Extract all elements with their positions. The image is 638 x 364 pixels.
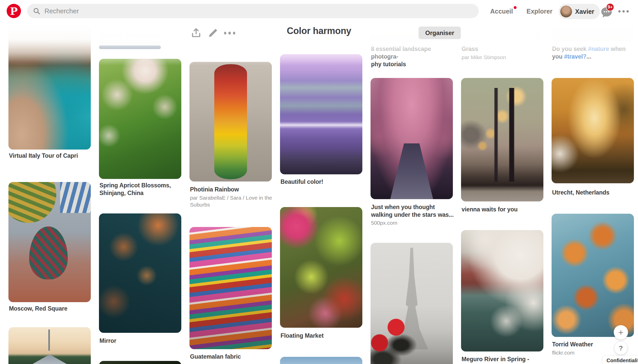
pin-title-apricot-blossoms[interactable]: Spring Apricot Blossoms, Shinjang, China <box>99 181 182 197</box>
pin-byline-photinia: par SarabellaE / Sara / Love in the Subu… <box>190 194 273 208</box>
pin-title-meguro-river[interactable]: Meguro River in Spring - Tokyo, Japan <box>462 355 544 364</box>
pin-image-utrecht[interactable] <box>552 78 634 183</box>
search-input[interactable] <box>44 7 428 15</box>
pin-image-torrid-weather[interactable] <box>552 214 634 337</box>
avatar <box>560 6 572 17</box>
organize-button[interactable]: Organiser <box>419 27 461 39</box>
pin-image-mirror[interactable] <box>99 213 181 333</box>
pin-title-under-the-stars[interactable]: Just when you thought walking under the … <box>371 203 454 219</box>
notification-dot <box>514 6 517 9</box>
privacy-button[interactable]: Confidentialité <box>602 356 638 364</box>
search-icon <box>33 7 40 15</box>
pin-image-guatemalan-fabric[interactable] <box>189 227 272 349</box>
pin-title-floating-market[interactable]: Floating Market <box>281 332 363 339</box>
pin-title-guatemalan-fabric[interactable]: Guatemalan fabric <box>190 353 273 360</box>
app-header: P Accueil Explorer Xavier 9+ <box>0 0 638 23</box>
pin-image-apricot-blossoms[interactable] <box>99 59 181 179</box>
pin-title-utrecht[interactable]: Utrecht, Netherlands <box>552 189 635 196</box>
pin-title-moscow[interactable]: Moscow, Red Square <box>9 305 92 312</box>
nav-explore[interactable]: Explorer <box>527 8 552 15</box>
user-profile-button[interactable]: Xavier <box>558 4 600 19</box>
pin-title-mirror[interactable]: Mirror <box>99 337 182 345</box>
messages-button[interactable]: 9+ <box>600 6 613 18</box>
pin-image-floating-market[interactable] <box>280 207 362 328</box>
pin-image-under-the-stars[interactable] <box>371 78 453 199</box>
pin-title-beautiful-color[interactable]: Beautiful color! <box>281 178 363 186</box>
pin-title-nature-travel[interactable]: Do you seek #nature when you #travel?... <box>552 45 635 60</box>
pin-title-vienna[interactable]: vienna waits for you <box>462 206 544 213</box>
pin-image-pagoda[interactable] <box>8 327 91 364</box>
search-bar[interactable] <box>27 4 479 18</box>
pin-byline-grass: par Mike Stimpson <box>462 54 544 61</box>
pin-title-grass[interactable]: Grass <box>462 45 544 53</box>
pin-image-dark-bottom[interactable] <box>99 361 181 364</box>
title-segment: Do you seek <box>552 46 588 52</box>
user-name: Xavier <box>575 8 594 15</box>
pin-image-moscow[interactable] <box>8 182 91 302</box>
nav-home[interactable]: Accueil <box>490 8 513 15</box>
hashtag-nature[interactable]: #nature <box>588 46 609 52</box>
pin-source-under-the-stars: 500px.com <box>371 219 454 226</box>
messages-badge: 9+ <box>606 3 614 11</box>
pinterest-board-page: Virtual Italy Tour of Capri Moscow, Red … <box>0 0 638 364</box>
pin-title-landscape-tutorials[interactable]: 8 essential landscape photogra- phy tuto… <box>371 45 454 68</box>
nav-home-label: Accueil <box>490 8 513 15</box>
pin-image-photinia[interactable] <box>189 62 272 181</box>
pin-image-meguro-river[interactable] <box>461 230 543 351</box>
pin-title-photinia[interactable]: Photinia Rainbow <box>190 186 273 193</box>
hashtag-travel[interactable]: #travel? <box>564 53 586 60</box>
help-button[interactable]: ? <box>614 342 627 355</box>
pin-image-beautiful-color[interactable] <box>280 54 362 174</box>
add-pin-button[interactable]: + <box>614 325 628 339</box>
header-more-icon[interactable] <box>618 10 629 13</box>
board-title: Color harmony <box>0 26 638 36</box>
pin-image-vienna[interactable] <box>461 78 543 201</box>
board-header: Color harmony Organiser <box>0 23 638 46</box>
pin-image-blue-bottom[interactable] <box>280 357 362 364</box>
pin-title-virtual-italy[interactable]: Virtual Italy Tour of Capri <box>9 152 92 160</box>
title-segment: ... <box>586 53 591 60</box>
board-drag-tooltip-bar <box>99 46 161 49</box>
pinterest-logo-icon[interactable]: P <box>7 4 21 18</box>
pin-image-paris-umbrellas[interactable] <box>371 243 453 364</box>
